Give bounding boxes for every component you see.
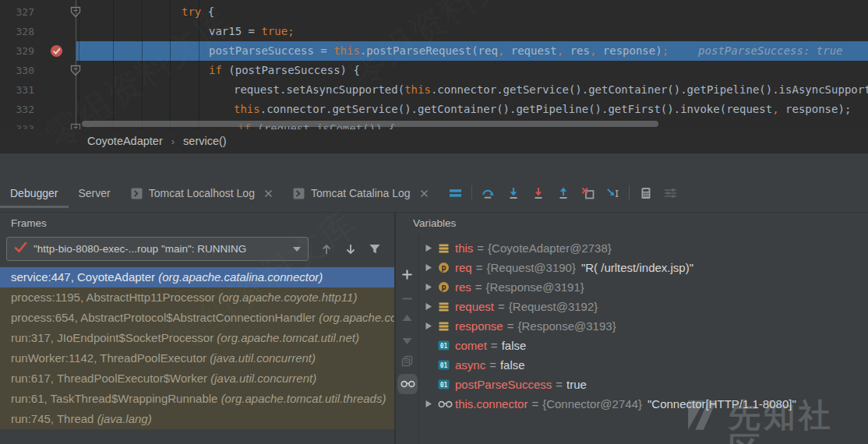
- variable-name: this.connector: [455, 397, 528, 411]
- breadcrumb-class[interactable]: CoyoteAdapter: [87, 135, 163, 147]
- move-watch-up-button[interactable]: [401, 312, 413, 324]
- duplicate-watch-button[interactable]: [401, 355, 413, 367]
- thread-dropdown-value: "http-bio-8080-exec-...roup "main": RUNN…: [34, 243, 246, 255]
- variable-row[interactable]: this={CoyoteAdapter@2738}: [420, 238, 868, 258]
- variable-row[interactable]: 01postParseSuccess=true: [420, 375, 868, 394]
- remove-watch-button[interactable]: [401, 293, 413, 305]
- expand-arrow-icon[interactable]: [425, 244, 438, 252]
- stack-frame-row[interactable]: process:1195, AbstractHttp11Processor (o…: [0, 287, 394, 308]
- fold-marker-icon[interactable]: [70, 65, 81, 76]
- expand-arrow-icon[interactable]: [425, 322, 438, 330]
- tab-tomcat-localhost-log[interactable]: Tomcat Localhost Log: [121, 175, 283, 211]
- move-watch-down-button[interactable]: [401, 335, 413, 347]
- variable-row[interactable]: this.connector={Connector@2744}"Connecto…: [420, 394, 868, 414]
- close-icon[interactable]: [264, 189, 273, 198]
- show-execution-point-icon: [449, 187, 462, 199]
- stack-frame-row[interactable]: run:617, ThreadPoolExecutor$Worker (java…: [0, 368, 394, 389]
- stack-frame-row[interactable]: runWorker:1142, ThreadPoolExecutor (java…: [0, 348, 394, 368]
- value-icon: [438, 301, 455, 312]
- show-watches-button[interactable]: [397, 374, 418, 394]
- stack-frame-row[interactable]: run:317, JIoEndpoint$SocketProcessor (or…: [0, 328, 394, 348]
- expand-arrow-icon[interactable]: [425, 263, 438, 272]
- variable-row[interactable]: 01async=false: [420, 355, 868, 375]
- variable-row[interactable]: request={Request@3192}: [420, 297, 868, 316]
- tab-server[interactable]: Server: [69, 175, 121, 211]
- variable-row[interactable]: preq={Request@3190}"R( /urltest/index.js…: [420, 258, 868, 277]
- equals-sign: =: [498, 300, 505, 313]
- tab-tomcat-catalina-log[interactable]: Tomcat Catalina Log: [283, 175, 439, 211]
- line-number[interactable]: 331: [0, 80, 34, 100]
- line-number[interactable]: 333: [0, 119, 34, 129]
- show-execution-point-button[interactable]: [449, 187, 462, 200]
- force-step-into-button[interactable]: [531, 187, 545, 200]
- force-step-into-icon: [532, 187, 545, 199]
- debug-tool-window: DebuggerServerTomcat Localhost LogTomcat…: [0, 153, 868, 444]
- variable-row[interactable]: pres={Response@3191}: [420, 277, 868, 297]
- code-token: postParseSuccess =: [209, 44, 333, 57]
- code-token: ,: [772, 103, 778, 115]
- variable-row[interactable]: 01comet=false: [420, 336, 868, 355]
- variable-name: request: [455, 300, 494, 313]
- chevron-down-icon: [293, 247, 301, 252]
- code-token: true: [261, 25, 288, 37]
- code-editor[interactable]: 327try {328var15 = true;329postParseSucc…: [0, 0, 868, 129]
- evaluate-expression-button[interactable]: [639, 187, 652, 200]
- next-frame-button[interactable]: [344, 243, 357, 255]
- equals-sign: =: [489, 358, 496, 372]
- line-number[interactable]: 330: [0, 61, 34, 80]
- variable-value-ref: {Request@3192}: [509, 300, 598, 313]
- expand-arrow-icon[interactable]: [425, 400, 438, 408]
- frame-package: (org.apache.coyote.http11): [218, 291, 357, 304]
- step-into-button[interactable]: [506, 187, 520, 200]
- expand-arrow-icon[interactable]: [425, 283, 438, 291]
- run-to-cursor-button[interactable]: [606, 187, 619, 200]
- frame-package: (java.util.concurrent): [210, 372, 316, 385]
- line-number[interactable]: 328: [0, 22, 34, 41]
- previous-frame-button[interactable]: [320, 243, 333, 255]
- thread-dropdown[interactable]: "http-bio-8080-exec-...roup "main": RUNN…: [6, 237, 309, 261]
- step-out-icon: [557, 187, 570, 199]
- variable-value-string: "R( /urltest/index.jsp)": [581, 261, 693, 274]
- close-icon[interactable]: [420, 189, 429, 198]
- expand-arrow-icon[interactable]: [425, 302, 438, 311]
- stack-frame-row[interactable]: run:745, Thread (java.lang): [0, 409, 394, 429]
- tool-window-header: DebuggerServerTomcat Localhost LogTomcat…: [0, 153, 868, 213]
- code-line: 330if (postParseSuccess) {: [0, 61, 868, 80]
- line-number[interactable]: 327: [0, 2, 34, 22]
- code-line: 332this.connector.getService().getContai…: [0, 100, 868, 119]
- code-token: request: [504, 44, 556, 57]
- frame-location: runWorker:1142, ThreadPoolExecutor: [11, 351, 210, 365]
- stack-frame-row[interactable]: process:654, AbstractProtocol$AbstractCo…: [0, 308, 394, 328]
- frame-package: (org.apache.tomcat.util.net): [217, 331, 359, 344]
- stack-frame-row[interactable]: run:61, TaskThread$WrappingRunnable (org…: [0, 389, 394, 409]
- variable-name: postParseSuccess: [455, 378, 552, 391]
- variable-value: false: [500, 358, 525, 372]
- step-out-button[interactable]: [556, 187, 570, 200]
- variable-value-ref: {Request@3190}: [486, 261, 576, 274]
- trace-settings-button[interactable]: [664, 187, 677, 200]
- code-token: var15 =: [209, 25, 261, 37]
- breadcrumb-method[interactable]: service(): [183, 135, 227, 147]
- variable-row[interactable]: response={Response@3193}: [420, 316, 868, 336]
- step-over-button[interactable]: [482, 187, 495, 200]
- tab-debugger[interactable]: Debugger: [0, 175, 69, 211]
- variable-value-string: "Connector[HTTP/1.1-8080]": [647, 397, 796, 411]
- drop-frame-button[interactable]: [581, 187, 595, 200]
- fold-marker-icon[interactable]: [70, 6, 81, 18]
- run-to-cursor-icon: [606, 187, 619, 199]
- variable-value-ref: {CoyoteAdapter@2738}: [488, 241, 612, 255]
- breakpoint-icon[interactable]: [50, 44, 63, 58]
- add-watch-button[interactable]: [401, 269, 413, 280]
- frame-location: process:1195, AbstractHttp11Processor: [11, 291, 218, 304]
- drop-frame-icon: [581, 187, 595, 199]
- stack-frame-row[interactable]: service:447, CoyoteAdapter (org.apache.c…: [0, 267, 394, 287]
- line-number[interactable]: 329: [0, 41, 34, 61]
- tab-label: Tomcat Localhost Log: [149, 187, 255, 199]
- filter-frames-button[interactable]: [369, 243, 381, 255]
- code-token: this: [234, 103, 260, 115]
- tab-label: Debugger: [10, 187, 58, 199]
- line-number[interactable]: 332: [0, 100, 34, 119]
- fold-marker-icon[interactable]: [70, 123, 81, 129]
- editor-horizontal-scrollbar[interactable]: [82, 121, 658, 127]
- step-over-icon: [482, 187, 495, 199]
